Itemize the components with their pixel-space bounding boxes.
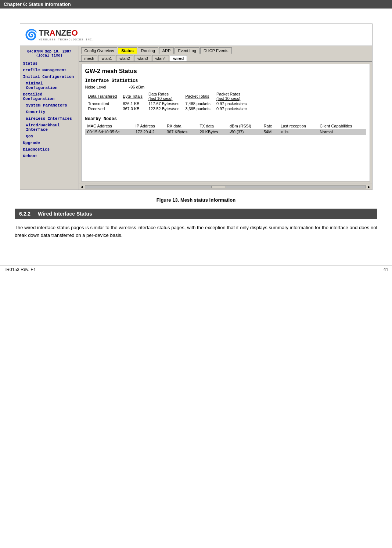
row1-label: Received <box>85 106 120 111</box>
chapter-title: Chapter 6: Status Information <box>4 1 71 7</box>
row0-packet-rate: 0.97 packets/sec <box>213 101 250 106</box>
figure-caption: Figure 13. Mesh status information <box>15 197 377 203</box>
chapter-header: Chapter 6: Status Information <box>0 0 392 8</box>
row0-packet-total: 7,488 packets <box>182 101 213 106</box>
col-packet-rates-sub: (last 10 secs) <box>216 96 240 101</box>
col-data-rates-sub: (last 10 secs) <box>148 96 172 101</box>
scroll-thumb[interactable] <box>211 186 226 188</box>
sidebar-item-wired-backhaul[interactable]: Wired/Backhaul Interface <box>20 122 79 133</box>
col-data-rates-label: Data Rates <box>148 92 169 96</box>
scroll-right-arrow[interactable]: ▶ <box>367 185 371 189</box>
main-content: 🌀 TRANZEO WIRELESS TECHNOLOGIES INC. 04:… <box>0 9 392 250</box>
logo-container: TRANZEO WIRELESS TECHNOLOGIES INC. <box>39 28 94 41</box>
tab-routing[interactable]: Routing <box>138 47 158 54</box>
footer-right: 41 <box>384 267 388 272</box>
two-col-layout: 04:07PM Sep 10, 2007 (local time) Status… <box>20 46 372 190</box>
footer-left: TR0153 Rev. E1 <box>4 267 36 272</box>
sidebar-item-detailed-config[interactable]: Detailed Configuration <box>20 91 79 102</box>
interface-stats-title: Interface Statistics <box>85 78 366 83</box>
app-window: 🌀 TRANZEO WIRELESS TECHNOLOGIES INC. 04:… <box>20 24 372 190</box>
col-label: Data Transfered <box>85 91 120 101</box>
section-header-622: 6.2.2 Wired Interface Status <box>15 209 377 219</box>
nearby-nodes-table: MAC Address IP Address RX data TX data d… <box>85 123 366 135</box>
row1-packet-rate: 0.97 packets/sec <box>213 106 250 111</box>
sidebar-item-diagnostics[interactable]: Diagnostics <box>20 146 79 153</box>
nodes-col-rx: RX data <box>165 123 198 129</box>
row1-byte-total: 367.0 KB <box>120 106 145 111</box>
table-row: Transmitted 826.1 KB 117.67 Bytes/sec 7,… <box>85 101 250 106</box>
nav-tabs-top: Config Overview Status Routing ARP Event… <box>79 46 372 54</box>
page-footer: TR0153 Rev. E1 41 <box>0 265 392 274</box>
sidebar-item-reboot[interactable]: Reboot <box>20 153 79 159</box>
logo-icon: 🌀 <box>25 29 37 41</box>
sidebar-item-wireless-interfaces[interactable]: Wireless Interfaces <box>20 115 79 122</box>
node0-cap: Normal <box>317 129 366 135</box>
row0-data-rate: 117.67 Bytes/sec <box>145 101 182 106</box>
subtab-wlan1[interactable]: wlan1 <box>98 55 115 61</box>
col-packet-rates-label: Packet Rates <box>216 92 240 96</box>
nodes-col-mac: MAC Address <box>85 123 133 129</box>
section-622-number: 6.2.2 <box>19 211 30 217</box>
sidebar-datetime: 04:07PM Sep 10, 2007 (local time) <box>20 47 79 60</box>
nodes-col-ip: IP Address <box>133 123 165 129</box>
sidebar-item-status[interactable]: Status <box>20 60 79 67</box>
logo-bar: 🌀 TRANZEO WIRELESS TECHNOLOGIES INC. <box>20 24 372 46</box>
col-packet-totals: Packet Totals <box>182 91 213 101</box>
node0-mac: 00:15:6d:10:35:6c <box>85 129 133 135</box>
body-text: The wired interface status pages is simi… <box>15 224 377 239</box>
nodes-col-dbm: dBm (RSSI) <box>227 123 262 129</box>
nodes-col-rate: Rate <box>262 123 278 129</box>
content-panel: GW-2 mesh Status Interface Statistics No… <box>81 64 370 181</box>
row1-data-rate: 122.52 Bytes/sec <box>145 106 182 111</box>
col-data-rates: Data Rates (last 10 secs) <box>145 91 182 101</box>
row1-packet-total: 3,395 packets <box>182 106 213 111</box>
node0-last: < 1s <box>278 129 317 135</box>
tab-dhcp-events[interactable]: DHCP Events <box>200 47 232 54</box>
node0-ip: 172.29.4.2 <box>133 129 165 135</box>
sidebar-item-initial-config[interactable]: Initial Configuration <box>20 73 79 80</box>
node0-tx: 20 KBytes <box>197 129 227 135</box>
sidebar-item-upgrade[interactable]: Upgrade <box>20 140 79 146</box>
panel-title: GW-2 mesh Status <box>85 68 366 75</box>
sidebar-item-qos[interactable]: QoS <box>20 133 79 140</box>
col-packet-rates: Packet Rates (last 10 secs) <box>213 91 250 101</box>
content-area: Config Overview Status Routing ARP Event… <box>79 46 372 190</box>
noise-level-row: Noise Level -96 dBm <box>85 85 366 89</box>
table-row: Received 367.0 KB 122.52 Bytes/sec 3,395… <box>85 106 250 111</box>
logo-brand: TRANZEO <box>39 28 78 37</box>
tab-config-overview[interactable]: Config Overview <box>81 47 118 54</box>
scroll-left-arrow[interactable]: ◀ <box>80 185 84 189</box>
tab-status[interactable]: Status <box>118 47 137 54</box>
sidebar-item-security[interactable]: Security <box>20 109 79 115</box>
node0-rate: 54M <box>262 129 278 135</box>
section-622-title: Wired Interface Status <box>38 211 92 217</box>
subtab-wired[interactable]: wired <box>170 55 187 61</box>
subtab-wlan2[interactable]: wlan2 <box>116 55 133 61</box>
subtab-wlan3[interactable]: wlan3 <box>134 55 151 61</box>
nearby-nodes-title: Nearby Nodes <box>85 116 366 122</box>
noise-label: Noise Level <box>85 85 122 89</box>
row0-byte-total: 826.1 KB <box>120 101 145 106</box>
nodes-col-last: Last reception <box>278 123 317 129</box>
sidebar-item-profile-management[interactable]: Profile Management <box>20 67 79 73</box>
sidebar: 04:07PM Sep 10, 2007 (local time) Status… <box>20 46 79 190</box>
logo-sub: WIRELESS TECHNOLOGIES INC. <box>39 38 94 41</box>
node0-rx: 367 KBytes <box>165 129 198 135</box>
noise-value: -96 dBm <box>129 85 145 89</box>
nodes-col-cap: Client Capabilities <box>317 123 366 129</box>
subtab-wlan4[interactable]: wlan4 <box>152 55 169 61</box>
nodes-table-row: 00:15:6d:10:35:6c 172.29.4.2 367 KBytes … <box>85 129 366 135</box>
tab-event-log[interactable]: Event Log <box>175 47 199 54</box>
col-byte-totals: Byte Totals <box>120 91 145 101</box>
scroll-track[interactable] <box>85 185 366 188</box>
nodes-col-tx: TX data <box>197 123 227 129</box>
node0-dbm: -50 (37) <box>227 129 262 135</box>
tab-arp[interactable]: ARP <box>159 47 174 54</box>
sidebar-item-system-params[interactable]: System Parameters <box>20 102 79 109</box>
scrollbar[interactable]: ◀ ▶ <box>79 184 372 190</box>
sidebar-item-minimal-config[interactable]: Minimal Configuration <box>20 80 79 91</box>
data-transfer-table: Data Transfered Byte Totals Data Rates (… <box>85 91 250 111</box>
row0-label: Transmitted <box>85 101 120 106</box>
screenshot-container: 🌀 TRANZEO WIRELESS TECHNOLOGIES INC. 04:… <box>20 24 373 190</box>
subtab-mesh[interactable]: mesh <box>81 55 98 61</box>
